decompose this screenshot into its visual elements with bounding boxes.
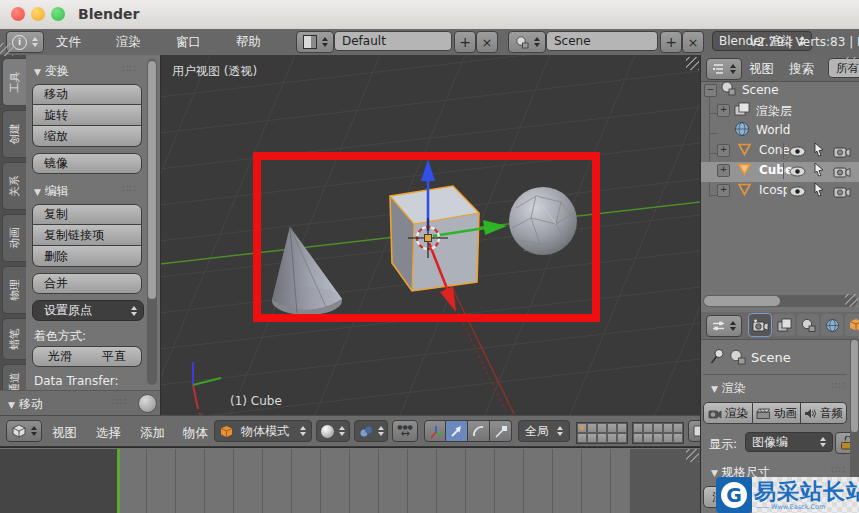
- corner-resize-grip[interactable]: [0, 43, 13, 56]
- render-still-button[interactable]: 渲染: [703, 402, 753, 424]
- tab-create[interactable]: 创建: [2, 110, 26, 158]
- tool-shelf-scrollbar[interactable]: [147, 59, 157, 385]
- tab-world-properties[interactable]: [821, 314, 843, 336]
- tab-relations[interactable]: 关系: [2, 162, 26, 210]
- scene-selector[interactable]: [508, 31, 546, 53]
- tab-grease-pencil[interactable]: 蜡笔: [2, 318, 26, 360]
- corner-resize-grip[interactable]: [845, 57, 858, 70]
- viewport-shading-dropdown[interactable]: [316, 420, 350, 442]
- menu-file[interactable]: 文件: [56, 34, 81, 51]
- corner-resize-grip[interactable]: [845, 294, 858, 307]
- shade-smooth-button[interactable]: 光滑: [32, 346, 88, 367]
- camera-visibility-icon[interactable]: [833, 165, 851, 178]
- add-layout-button[interactable]: +: [454, 31, 476, 53]
- viewport-editor-selector[interactable]: [6, 420, 42, 442]
- layout-name-field[interactable]: Default: [334, 31, 452, 51]
- panel-render-header[interactable]: ▼ 渲染: [711, 380, 746, 397]
- mode-dropdown[interactable]: 物体模式: [214, 420, 312, 442]
- rotate-button[interactable]: 旋转: [32, 105, 142, 126]
- outliner-menu-search[interactable]: 搜索: [789, 61, 814, 78]
- add-scene-button[interactable]: +: [660, 31, 682, 53]
- timeline-current-frame-marker[interactable]: [117, 449, 120, 513]
- pin-icon[interactable]: [709, 348, 724, 365]
- outliner-menu-view[interactable]: 视图: [749, 61, 774, 78]
- viewport-menu-view[interactable]: 视图: [52, 425, 77, 442]
- cursor-select-icon[interactable]: [813, 162, 825, 177]
- manipulator-rotate-toggle[interactable]: [468, 420, 490, 442]
- cursor-select-icon[interactable]: [813, 142, 825, 157]
- close-window-button[interactable]: [11, 7, 25, 21]
- eye-icon[interactable]: [789, 186, 806, 197]
- shade-flat-button[interactable]: 平直: [87, 346, 142, 367]
- corner-resize-grip[interactable]: [686, 449, 699, 462]
- manipulator-translate-toggle[interactable]: [446, 420, 468, 442]
- operator-panel-header[interactable]: ▼ 移动 ∷∷: [0, 390, 160, 416]
- outliner-editor-selector[interactable]: [706, 58, 742, 80]
- icosphere-object[interactable]: [509, 187, 577, 255]
- properties-editor-selector[interactable]: [706, 315, 742, 337]
- tab-scene-properties[interactable]: [797, 314, 819, 336]
- menu-render[interactable]: 渲染: [116, 34, 141, 51]
- pivot-point-dropdown[interactable]: [354, 420, 388, 442]
- rotate-arc-icon: [471, 424, 486, 439]
- transform-orientation-dropdown[interactable]: 全局: [518, 420, 570, 442]
- tab-render-properties[interactable]: [749, 314, 771, 336]
- screen-layout-selector[interactable]: [296, 31, 334, 53]
- duplicate-button[interactable]: 复制: [32, 204, 142, 225]
- panel-drag-dots[interactable]: ∷∷: [831, 380, 846, 391]
- camera-visibility-icon[interactable]: [833, 185, 851, 198]
- properties-horizontal-scrollbar[interactable]: [703, 295, 857, 307]
- collapse-box-icon[interactable]: −: [704, 84, 717, 97]
- resize-ball-widget[interactable]: [138, 394, 157, 413]
- expand-box-icon[interactable]: +: [717, 104, 730, 117]
- set-origin-dropdown[interactable]: 设置原点: [32, 300, 144, 321]
- delete-button[interactable]: 删除: [32, 246, 142, 267]
- minimize-window-button[interactable]: [31, 7, 45, 21]
- mirror-button[interactable]: 镜像: [32, 153, 142, 174]
- layers-widget-b[interactable]: [632, 422, 684, 444]
- viewport-menu-add[interactable]: 添加: [140, 425, 165, 442]
- close-scene-button[interactable]: ×: [682, 31, 704, 53]
- manipulator-scale-toggle[interactable]: [490, 420, 512, 442]
- tab-object-properties[interactable]: [845, 314, 859, 336]
- viewport-menu-select[interactable]: 选择: [96, 425, 121, 442]
- panel-drag-dots[interactable]: ∷∷: [122, 183, 137, 194]
- panel-drag-dots[interactable]: ∷∷: [122, 63, 137, 74]
- menu-help[interactable]: 帮助: [236, 34, 261, 51]
- duplicate-linked-button[interactable]: 复制链接项: [32, 225, 142, 246]
- timeline[interactable]: [0, 447, 700, 513]
- translate-button[interactable]: 移动: [32, 84, 142, 105]
- tab-animation[interactable]: 动画: [2, 214, 26, 262]
- maximize-window-button[interactable]: [51, 7, 65, 21]
- manipulator-axis-toggle[interactable]: [424, 420, 446, 442]
- panel-transform-header[interactable]: ▼ 变换: [34, 63, 69, 80]
- eye-icon[interactable]: [789, 166, 806, 177]
- tab-physics[interactable]: 物理: [2, 266, 26, 314]
- eye-icon[interactable]: [789, 146, 806, 157]
- expand-box-icon[interactable]: +: [717, 164, 730, 177]
- properties-vertical-scrollbar[interactable]: [850, 338, 859, 498]
- scene-name-field[interactable]: Scene: [546, 31, 658, 51]
- viewport-canvas[interactable]: [160, 55, 700, 415]
- menu-window[interactable]: 窗口: [176, 34, 201, 51]
- panel-drag-dots[interactable]: ∷∷: [831, 464, 846, 475]
- layers-widget-a[interactable]: [576, 422, 628, 444]
- render-animation-button[interactable]: 动画: [753, 402, 801, 424]
- camera-visibility-icon[interactable]: [833, 145, 851, 158]
- display-mode-dropdown[interactable]: 图像编: [745, 432, 833, 452]
- render-audio-button[interactable]: 音频: [801, 402, 847, 424]
- close-layout-button[interactable]: ×: [476, 31, 498, 53]
- corner-resize-grip[interactable]: [686, 57, 699, 70]
- expand-box-icon[interactable]: +: [717, 144, 730, 157]
- join-button[interactable]: 合并: [32, 273, 142, 294]
- tab-render-layers-properties[interactable]: [773, 314, 795, 336]
- pivot-align-toggle[interactable]: ●●● ↔: [392, 420, 418, 442]
- updown-arrows-icon: [339, 426, 345, 436]
- lock-to-scene-toggle[interactable]: [688, 420, 700, 442]
- expand-box-icon[interactable]: +: [717, 184, 730, 197]
- viewport-menu-object[interactable]: 物体: [183, 425, 208, 442]
- tab-tools[interactable]: 工具: [2, 58, 26, 106]
- scale-button[interactable]: 缩放: [32, 126, 142, 147]
- cursor-select-icon[interactable]: [813, 182, 825, 197]
- panel-edit-header[interactable]: ▼ 编辑: [34, 183, 69, 200]
